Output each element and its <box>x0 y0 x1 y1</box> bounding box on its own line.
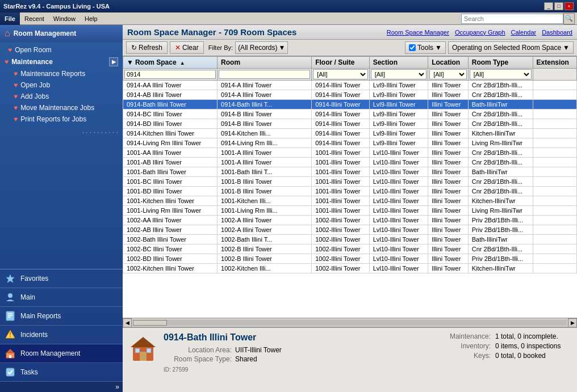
room-space-filter-input[interactable] <box>124 70 216 79</box>
minimize-button[interactable]: _ <box>544 2 553 10</box>
table-row[interactable]: 0914-Living Rm Illini Tower0914-Living R… <box>123 138 577 148</box>
table-row[interactable]: 1002-Kitchen Illini Tower1002-Kitchen Il… <box>123 264 577 273</box>
header-link-dashboard[interactable]: Dashboard <box>542 29 572 36</box>
table-container[interactable]: ▼ Room Space ▲ Room Floor / Suite Sectio… <box>123 56 577 318</box>
table-cell <box>533 187 576 196</box>
sidebar-nav-tasks[interactable]: Tasks <box>0 363 123 382</box>
room-filter-input[interactable] <box>219 70 310 79</box>
table-cell: Lvl10-Illini Tower <box>369 254 428 264</box>
table-row[interactable]: 1002-Bath Illini Tower1002-Bath Illini T… <box>123 235 577 245</box>
scroll-left-button[interactable]: ◀ <box>123 318 132 327</box>
table-cell: Cnr 2Bd/1Bth-Illi... <box>468 81 533 90</box>
scroll-thumb[interactable] <box>133 320 167 326</box>
search-button[interactable]: 🔍 <box>563 13 575 24</box>
table-row[interactable]: 1002-BC Illini Tower1002-B Illini Tower1… <box>123 245 577 254</box>
room-type-filter-select[interactable]: [All] <box>470 69 532 79</box>
sidebar-nav-incidents[interactable]: ! Incidents <box>0 326 123 344</box>
detail-title: 0914-Bath Illini Tower <box>164 332 438 343</box>
table-cell: 1001-B Illini Tower <box>218 177 312 187</box>
filter-room-space[interactable] <box>123 69 218 81</box>
heart-icon-5: ♥ <box>14 92 18 100</box>
header-links: Room Space Manager Occupancy Graph Calen… <box>387 29 572 36</box>
horizontal-scrollbar[interactable]: ◀ ▶ <box>123 318 577 327</box>
table-row[interactable]: 1001-BC Illini Tower1001-B Illini Tower1… <box>123 177 577 187</box>
filter-room[interactable] <box>218 69 312 81</box>
sidebar-item-move-jobs[interactable]: ♥ Move Maintenance Jobs <box>0 102 123 113</box>
table-row[interactable]: 0914-Kitchen Illini Tower0914-Kitchen Il… <box>123 129 577 138</box>
col-room[interactable]: Room <box>218 57 312 69</box>
header-link-calendar[interactable]: Calendar <box>511 29 537 36</box>
table-cell: 1001-Illini Tower <box>312 167 370 177</box>
sidebar-item-maintenance-reports[interactable]: ♥ Maintenance Reports <box>0 68 123 79</box>
table-cell: 1002-B Illini Tower <box>218 254 312 264</box>
table-row[interactable]: 0914-BD Illini Tower0914-B Illini Tower0… <box>123 119 577 129</box>
sidebar-item-print-reports[interactable]: ♥ Print Reports for Jobs <box>0 113 123 125</box>
sidebar-nav-main[interactable]: Main <box>0 288 123 307</box>
header-link-room-space-manager[interactable]: Room Space Manager <box>387 29 449 36</box>
scroll-right-button[interactable]: ▶ <box>568 318 577 327</box>
table-row[interactable]: 1002-BD Illini Tower1002-B Illini Tower1… <box>123 254 577 264</box>
col-floor-suite[interactable]: Floor / Suite <box>312 57 370 69</box>
table-row[interactable]: 1002-AA Illini Tower1002-A Illini Tower1… <box>123 216 577 225</box>
sidebar-nav-favorites[interactable]: Favorites <box>0 269 123 288</box>
scroll-track[interactable] <box>133 320 567 326</box>
menu-file[interactable]: File <box>0 12 20 25</box>
table-cell: Living Rm-IlliniTwr <box>468 138 533 148</box>
table-cell: Lvl9-Illini Tower <box>369 109 428 119</box>
filter-room-type[interactable]: [All] <box>468 69 533 81</box>
window-controls: _ □ × <box>544 2 574 10</box>
menu-recent[interactable]: Recent <box>20 12 49 25</box>
filter-section[interactable]: [All] <box>369 69 428 81</box>
table-row[interactable]: 1001-Bath Illini Tower1001-Bath Illini T… <box>123 167 577 177</box>
menu-help[interactable]: Help <box>80 12 102 25</box>
filter-location[interactable]: [All] <box>428 69 469 81</box>
table-row[interactable]: 1001-BD Illini Tower1001-B Illini Tower1… <box>123 187 577 196</box>
col-extension[interactable]: Extension <box>533 57 576 69</box>
sidebar-item-add-jobs[interactable]: ♥ Add Jobs <box>0 91 123 102</box>
detail-id: ID: 27599 <box>164 366 438 373</box>
tools-checkbox[interactable] <box>409 44 416 51</box>
col-room-type[interactable]: Room Type <box>468 57 533 69</box>
sidebar-item-maintenance[interactable]: ♥ Maintenance ▶ <box>0 56 123 68</box>
expand-maintenance[interactable]: ▶ <box>109 57 118 66</box>
col-section[interactable]: Section <box>369 57 428 69</box>
table-row[interactable]: 1001-AA Illini Tower1001-A Illini Tower1… <box>123 148 577 158</box>
sidebar-section-main: ♥ Open Room ♥ Maintenance ▶ ♥ Maintenanc… <box>0 42 123 127</box>
refresh-button[interactable]: ↻ Refresh <box>126 41 168 54</box>
search-input[interactable] <box>461 14 563 24</box>
menu-window[interactable]: Window <box>49 12 80 25</box>
table-cell: 0914-Illini Tower <box>312 109 370 119</box>
section-filter-select[interactable]: [All] <box>371 69 427 79</box>
table-row[interactable]: 0914-AA Illini Tower0914-A Illini Tower0… <box>123 81 577 90</box>
col-location[interactable]: Location <box>428 57 469 69</box>
close-button[interactable]: × <box>565 2 574 10</box>
col-room-space[interactable]: ▼ Room Space ▲ <box>123 57 218 69</box>
sidebar-nav-main-reports[interactable]: Main Reports <box>0 307 123 326</box>
location-filter-select[interactable]: [All] <box>429 69 467 79</box>
table-row[interactable]: 1001-AB Illini Tower1001-A Illini Tower1… <box>123 158 577 167</box>
table-row[interactable]: 0914-AB Illini Tower0914-A Illini Tower0… <box>123 90 577 100</box>
table-row[interactable]: 1002-AB Illini Tower1002-A Illini Tower1… <box>123 225 577 235</box>
table-cell: 0914-A Illini Tower <box>218 90 312 100</box>
sidebar-item-open-room[interactable]: ♥ Open Room <box>0 44 123 56</box>
floor-suite-filter-select[interactable]: [All] <box>313 69 368 79</box>
sidebar-nav-room-management[interactable]: Room Management <box>0 344 123 363</box>
filter-dropdown[interactable]: (All Records) ▼ <box>235 41 288 54</box>
filter-floor-suite[interactable]: [All] <box>312 69 370 81</box>
table-cell: Priv 2Bd/1Bth-Illi... <box>468 216 533 225</box>
sidebar-expand-btn[interactable]: » <box>115 383 119 391</box>
maximize-button[interactable]: □ <box>554 2 563 10</box>
table-row[interactable]: 0914-Bath Illini Tower0914-Bath Illini T… <box>123 100 577 109</box>
table-row[interactable]: 1001-Living Rm Illini Tower1001-Living R… <box>123 206 577 216</box>
operating-button[interactable]: Operating on Selected Room Space ▼ <box>448 41 574 54</box>
table-row[interactable]: 0914-BC Illini Tower0914-B Illini Tower0… <box>123 109 577 119</box>
detail-panel: 0914-Bath Illini Tower Location Area: UI… <box>123 327 577 392</box>
table-cell: 1001-Living Rm Illini Tower <box>123 206 218 216</box>
header-link-occupancy-graph[interactable]: Occupancy Graph <box>455 29 505 36</box>
tools-button[interactable]: Tools ▼ <box>405 41 446 54</box>
menu-bar: File Recent Window Help 🔍 <box>0 12 577 25</box>
sidebar-item-open-job[interactable]: ♥ Open Job <box>0 79 123 91</box>
table-row[interactable]: 1001-Kitchen Illini Tower1001-Kitchen Il… <box>123 196 577 206</box>
table-cell: 1002-BC Illini Tower <box>123 245 218 254</box>
clear-button[interactable]: ✕ Clear <box>170 41 204 54</box>
